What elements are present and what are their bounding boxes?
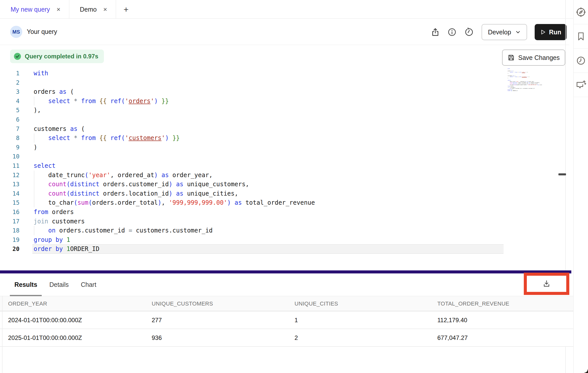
query-status-badge: Query completed in 0.97s (10, 50, 104, 63)
download-icon (542, 279, 551, 288)
develop-label: Develop (488, 29, 511, 36)
editor-resize-handle[interactable] (558, 173, 566, 175)
save-label: Save Changes (518, 54, 560, 61)
code-line: 12 date_trunc('year', ordered_at) as ord… (0, 171, 565, 180)
run-button[interactable]: Run (535, 24, 567, 40)
tab-chart[interactable]: Chart (81, 273, 96, 296)
line-number: 3 (0, 87, 19, 97)
code-text: count(distinct orders.customer_id) as un… (19, 180, 249, 189)
info-icon (447, 28, 457, 37)
run-label: Run (549, 29, 561, 36)
table-header-row: ORDER_YEARUNIQUE_CUSTOMERSUNIQUE_CITIEST… (0, 296, 573, 311)
code-line: 2 (0, 78, 565, 87)
code-line: 6 (0, 115, 565, 124)
play-icon (540, 29, 546, 35)
chat-sparkles-icon (575, 79, 586, 90)
code-line: 11select (0, 161, 565, 171)
line-number: 15 (0, 198, 19, 207)
line-number: 20 (0, 244, 19, 254)
column-header: ORDER_YEAR (8, 296, 47, 311)
code-text: with (19, 69, 48, 78)
minimap[interactable]: withorders as ( select * from {{ ref('or… (508, 68, 542, 92)
share-button[interactable] (430, 27, 441, 38)
code-line: 7customers as ( (0, 124, 565, 134)
clock-button[interactable] (574, 49, 588, 73)
line-number: 11 (0, 161, 19, 171)
page-title: Your query (27, 28, 57, 35)
download-button[interactable] (527, 276, 566, 292)
table-cell: 2 (295, 329, 298, 347)
code-line: 8 select * from {{ ref('customers') }} (0, 133, 565, 143)
table-cell: 2025-01-01T00:00:00.000Z (8, 329, 82, 347)
ai-chat-button[interactable] (574, 73, 588, 97)
code-line: 3orders as ( (0, 87, 565, 97)
tab-details[interactable]: Details (49, 273, 69, 296)
line-number: 19 (0, 235, 19, 245)
history-button[interactable] (463, 27, 474, 38)
column-header: UNIQUE_CUSTOMERS (152, 296, 213, 311)
code-line: 20order by 1ORDER_ID (0, 244, 565, 254)
results-panel-divider (0, 270, 571, 273)
code-line: 16from orders (0, 207, 565, 217)
tab-results[interactable]: Results (14, 273, 37, 296)
code-text: from orders (19, 207, 74, 217)
code-text (19, 78, 34, 87)
develop-button[interactable]: Develop (482, 24, 527, 40)
check-icon (14, 53, 21, 60)
code-text: select (19, 161, 56, 171)
code-line: 17join customers (0, 217, 565, 226)
code-text: ) (19, 143, 37, 152)
minimap-line: order by 1ORDER_ID (508, 90, 542, 91)
line-number: 6 (0, 115, 19, 124)
code-text (19, 115, 34, 124)
line-number: 4 (0, 97, 19, 106)
code-editor[interactable]: 1with23orders as (4 select * from {{ ref… (0, 69, 565, 261)
code-text: select * from {{ ref('customers') }} (19, 133, 180, 143)
code-text: group by 1 (19, 235, 70, 245)
bookmark-icon (576, 31, 586, 41)
right-rail (573, 0, 588, 373)
column-header: TOTAL_ORDER_REVENUE (437, 296, 509, 311)
bookmark-button[interactable] (574, 24, 588, 49)
info-button[interactable] (446, 27, 458, 38)
line-number: 12 (0, 171, 19, 180)
code-line: 19group by 1 (0, 235, 565, 245)
line-number: 8 (0, 133, 19, 143)
compass-icon (575, 7, 586, 18)
table-cell: 2024-01-01T00:00:00.000Z (8, 311, 82, 329)
tab-label: My new query (11, 6, 50, 13)
tab-my-new-query[interactable]: My new query × (0, 0, 69, 19)
tab-label: Demo (80, 6, 97, 13)
table-cell: 936 (152, 329, 162, 347)
code-line: 15 to_char(sum(orders.order_total), '999… (0, 198, 565, 207)
line-number: 18 (0, 226, 19, 235)
close-icon[interactable]: × (57, 6, 60, 13)
line-number: 9 (0, 143, 19, 152)
code-line: 10 (0, 152, 565, 161)
line-number: 2 (0, 78, 19, 87)
code-text: select * from {{ ref('orders') }} (19, 97, 169, 106)
line-number: 10 (0, 152, 19, 161)
line-number: 1 (0, 69, 19, 78)
compass-button[interactable] (574, 0, 588, 24)
tab-demo[interactable]: Demo × (69, 0, 116, 19)
code-line: 13 count(distinct orders.customer_id) as… (0, 180, 565, 189)
results-tab-bar: Results Details Chart (0, 273, 573, 296)
code-text: count(distinct orders.location_id) as un… (19, 189, 238, 198)
line-number: 5 (0, 106, 19, 115)
code-text: ), (19, 106, 41, 115)
code-text: order by 1ORDER_ID (19, 244, 99, 254)
code-line: 4 select * from {{ ref('orders') }} (0, 97, 565, 106)
table-left-border (2, 296, 3, 373)
user-avatar: MS (10, 26, 22, 38)
new-tab-button[interactable]: + (116, 0, 136, 19)
table-cell: 1 (295, 311, 298, 329)
close-icon[interactable]: × (103, 6, 107, 13)
query-header: MS Your query (0, 19, 569, 45)
save-changes-button[interactable]: Save Changes (502, 50, 565, 66)
code-text (19, 152, 34, 161)
status-message: Query completed in 0.97s (25, 53, 98, 60)
code-line: 5), (0, 106, 565, 115)
code-line: 14 count(distinct orders.location_id) as… (0, 189, 565, 198)
code-line: 9) (0, 143, 565, 152)
